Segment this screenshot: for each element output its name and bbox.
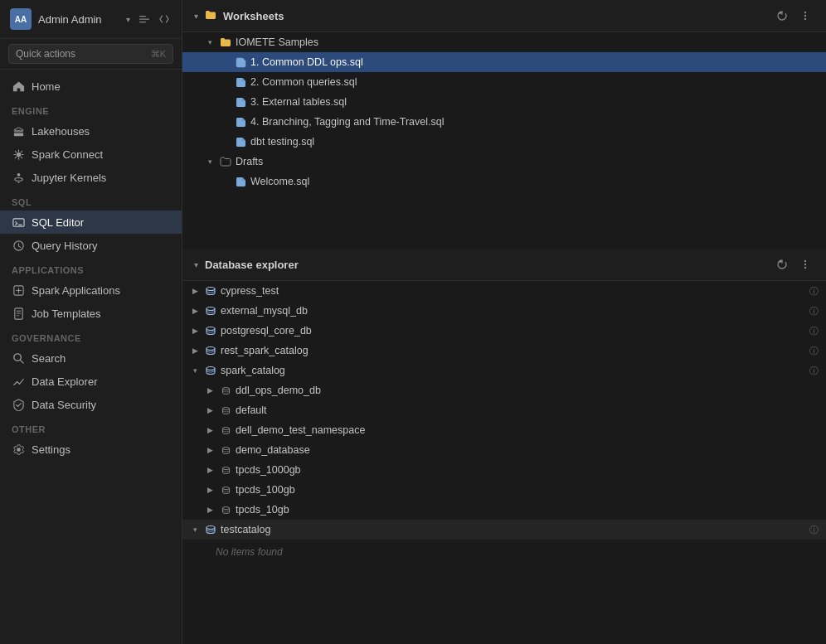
db-demo-database[interactable]: ▶ demo_database: [182, 440, 826, 460]
database-icon: [219, 443, 232, 457]
file-branching-tagging[interactable]: ▾ 4. Branching, Tagging and Time-Travel.…: [182, 112, 826, 132]
sidebar-item-data-security[interactable]: Data Security: [0, 393, 182, 416]
worksheets-refresh-button[interactable]: [773, 8, 791, 23]
worksheets-more-button[interactable]: [796, 8, 814, 23]
sidebar-item-spark-applications[interactable]: Spark Applications: [0, 278, 182, 302]
sidebar-item-search[interactable]: Search: [0, 346, 182, 370]
sidebar-item-search-label: Search: [32, 352, 66, 365]
sidebar-item-sql-editor-label: SQL Editor: [32, 216, 84, 229]
db-chevron-icon: ▶: [204, 426, 216, 434]
section-label-sql: SQL: [0, 189, 182, 211]
svg-point-29: [222, 407, 229, 409]
section-label-engine: Engine: [0, 98, 182, 119]
file-icon: [234, 175, 247, 188]
sidebar-item-lakehouses[interactable]: Lakehouses: [0, 119, 182, 143]
db-chevron-icon: ▶: [204, 406, 216, 414]
sidebar-item-spark-connect[interactable]: Spark Connect: [0, 143, 182, 166]
database-icon: [219, 463, 232, 477]
info-icon[interactable]: ⓘ: [808, 365, 819, 376]
file-common-queries-label: 2. Common queries.sql: [250, 76, 819, 88]
info-icon[interactable]: ⓘ: [808, 305, 819, 317]
user-header[interactable]: AA Admin Admin ▾: [0, 0, 182, 39]
worksheets-collapse-icon[interactable]: ▾: [194, 12, 198, 21]
folder-drafts[interactable]: ▾ Drafts: [182, 152, 826, 172]
file-welcome-sql[interactable]: ▾ Welcome.sql: [182, 172, 826, 191]
file-external-tables[interactable]: ▾ 3. External tables.sql: [182, 92, 826, 112]
lakehouse-icon: [12, 124, 25, 138]
jupyter-icon: [12, 171, 25, 184]
svg-point-35: [206, 526, 215, 530]
svg-point-21: [804, 264, 806, 265]
sidebar-nav: Home Engine Lakehouses Spark Connect Jup…: [0, 70, 182, 644]
info-icon[interactable]: ⓘ: [808, 285, 819, 297]
catalog-rest-spark-catalog-label: rest_spark_catalog: [221, 345, 801, 356]
worksheets-title: Worksheets: [223, 10, 766, 22]
sidebar-item-spark-connect-label: Spark Connect: [32, 148, 103, 161]
folder-chevron-icon: ▾: [204, 157, 216, 166]
database-icon: [219, 384, 232, 397]
db-chevron-icon: ▶: [204, 506, 216, 514]
database-icon: [219, 503, 232, 516]
sidebar-item-query-history[interactable]: Query History: [0, 234, 182, 257]
sidebar-item-settings[interactable]: Settings: [0, 438, 182, 461]
db-default[interactable]: ▶ default: [182, 400, 826, 420]
folder-iomete-samples-label: IOMETE Samples: [236, 36, 819, 48]
db-default-label: default: [236, 404, 819, 416]
db-tpcds-1000gb[interactable]: ▶ tpcds_1000gb: [182, 460, 826, 480]
catalog-chevron-icon: ▶: [189, 346, 201, 355]
db-dell-demo-test-namespace[interactable]: ▶ dell_demo_test_namespace: [182, 420, 826, 440]
section-label-other: Other: [0, 416, 182, 438]
catalog-cypress-test[interactable]: ▶ cypress_test ⓘ: [182, 281, 826, 301]
catalog-icon: [204, 284, 217, 298]
file-branching-tagging-label: 4. Branching, Tagging and Time-Travel.sq…: [250, 116, 819, 128]
svg-rect-13: [16, 310, 21, 311]
sidebar-item-job-templates[interactable]: Job Templates: [0, 302, 182, 325]
svg-point-19: [804, 18, 806, 20]
collapse-sidebar-button[interactable]: [137, 12, 152, 27]
file-icon: [234, 95, 247, 109]
info-icon[interactable]: ⓘ: [808, 325, 819, 337]
info-icon[interactable]: ⓘ: [808, 524, 819, 535]
sidebar-item-home[interactable]: Home: [0, 75, 182, 98]
sidebar-item-sql-editor[interactable]: SQL Editor: [0, 211, 182, 234]
folder-drafts-label: Drafts: [236, 156, 819, 167]
db-ddl-ops-demo-db[interactable]: ▶ ddl_ops_demo_db: [182, 380, 826, 400]
catalog-chevron-icon: ▶: [189, 307, 201, 315]
catalog-external-mysql-db[interactable]: ▶ external_mysql_db ⓘ: [182, 301, 826, 321]
db-collapse-icon[interactable]: ▾: [194, 260, 198, 269]
db-tpcds-10gb[interactable]: ▶ tpcds_10gb: [182, 500, 826, 520]
avatar: AA: [10, 8, 32, 30]
nav-arrows-button[interactable]: [157, 12, 172, 27]
worksheets-folder-icon: [205, 9, 216, 23]
svg-point-25: [206, 327, 215, 331]
info-icon[interactable]: ⓘ: [808, 345, 819, 356]
sidebar-item-data-explorer[interactable]: Data Explorer: [0, 370, 182, 393]
search-icon: [12, 351, 25, 365]
catalog-icon: [204, 523, 217, 536]
catalog-spark-catalog[interactable]: ▾ spark_catalog ⓘ: [182, 361, 826, 380]
db-tpcds-100gb[interactable]: ▶ tpcds_100gb: [182, 480, 826, 500]
catalog-rest-spark-catalog[interactable]: ▶ rest_spark_catalog ⓘ: [182, 341, 826, 361]
quick-actions-input[interactable]: Quick actions ⌘K: [8, 44, 173, 64]
sidebar-item-jupyter-kernels[interactable]: Jupyter Kernels: [0, 166, 182, 189]
spark-applications-icon: [12, 283, 25, 297]
file-common-queries[interactable]: ▾ 2. Common queries.sql: [182, 72, 826, 92]
quick-actions-bar[interactable]: Quick actions ⌘K: [0, 39, 182, 70]
catalog-icon: [204, 344, 217, 357]
worksheets-actions: [773, 8, 814, 23]
file-icon: [234, 75, 247, 89]
svg-point-7: [14, 177, 22, 181]
catalog-testcatalog[interactable]: ▾ testcatalog ⓘ: [182, 520, 826, 540]
db-chevron-icon: ▶: [204, 446, 216, 454]
folder-chevron-icon: ▾: [204, 38, 216, 46]
db-refresh-button[interactable]: [773, 257, 791, 272]
svg-point-17: [804, 12, 806, 13]
file-dbt-testing[interactable]: ▾ dbt testing.sql: [182, 132, 826, 152]
db-dell-demo-test-namespace-label: dell_demo_test_namespace: [236, 424, 819, 436]
file-common-ddl-label: 1. Common DDL ops.sql: [250, 56, 819, 68]
file-common-ddl[interactable]: ▾ 1. Common DDL ops.sql: [182, 52, 826, 72]
db-more-button[interactable]: [796, 257, 814, 272]
db-explorer-header: ▾ Database explorer: [182, 249, 826, 281]
catalog-postgresql-core-db[interactable]: ▶ postgresql_core_db ⓘ: [182, 321, 826, 341]
folder-iomete-samples[interactable]: ▾ IOMETE Samples: [182, 32, 826, 52]
